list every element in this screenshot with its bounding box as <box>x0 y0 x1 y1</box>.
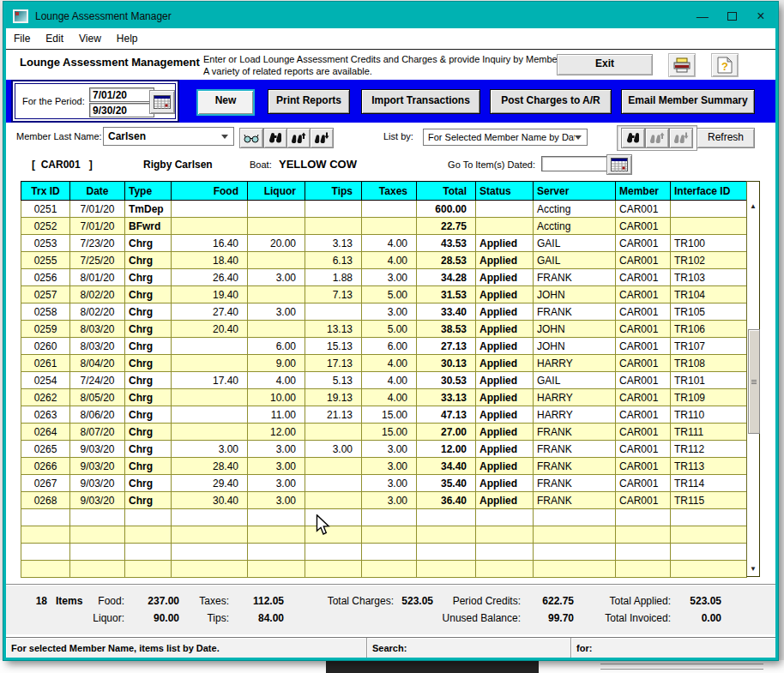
column-header-trx-id[interactable]: Trx ID <box>21 182 70 201</box>
cell-member[interactable]: CAR001 <box>616 252 671 269</box>
cell-tips[interactable] <box>305 201 362 218</box>
table-row-empty[interactable] <box>21 544 747 561</box>
cell-tips[interactable] <box>305 475 362 492</box>
cell-liquor[interactable] <box>248 252 305 269</box>
cell-taxes[interactable]: 15.00 <box>362 424 417 441</box>
cell-status[interactable]: Applied <box>476 372 534 389</box>
cell-status[interactable]: Applied <box>476 492 534 509</box>
cell-tips[interactable]: 1.88 <box>305 269 362 286</box>
cell-date[interactable]: 9/03/20 <box>70 475 125 492</box>
cell-taxes[interactable]: 4.00 <box>362 355 417 372</box>
cell-type[interactable]: Chrg <box>125 424 172 441</box>
cell-status[interactable]: Applied <box>476 355 534 372</box>
cell-server[interactable]: HARRY <box>534 355 616 372</box>
cell-server[interactable] <box>534 544 616 561</box>
cell-type[interactable]: Chrg <box>125 475 172 492</box>
cell-server[interactable]: FRANK <box>534 269 616 286</box>
cell-food[interactable]: 26.40 <box>172 269 248 286</box>
cell-status[interactable] <box>476 561 534 578</box>
cell-trx-id[interactable]: 0266 <box>21 458 70 475</box>
cell-total[interactable] <box>417 526 476 544</box>
cell-total[interactable]: 28.53 <box>417 252 476 269</box>
cell-status[interactable]: Applied <box>476 235 534 252</box>
cell-member[interactable]: CAR001 <box>616 303 671 321</box>
cell-trx-id[interactable]: 0257 <box>21 286 70 303</box>
cell-member[interactable] <box>616 526 671 544</box>
cell-food[interactable]: 28.40 <box>172 458 248 475</box>
cell-trx-id[interactable]: 0261 <box>21 355 70 372</box>
column-header-member[interactable]: Member <box>616 182 671 201</box>
cell-server[interactable]: Accting <box>534 201 616 218</box>
cell-tips[interactable]: 13.13 <box>305 321 362 338</box>
cell-total[interactable]: 27.00 <box>417 424 476 441</box>
cell-taxes[interactable]: 3.00 <box>362 492 417 509</box>
cell-liquor[interactable]: 3.00 <box>248 303 305 321</box>
table-row[interactable]: 02557/25/20Chrg18.406.134.0028.53Applied… <box>21 252 747 269</box>
cell-tips[interactable] <box>305 458 362 475</box>
cell-food[interactable]: 3.00 <box>172 441 248 458</box>
cell-type[interactable]: TmDep <box>125 201 172 218</box>
cell-food[interactable] <box>172 218 248 235</box>
close-button[interactable]: × <box>746 4 775 28</box>
cell-status[interactable]: Applied <box>476 458 534 475</box>
print-button[interactable] <box>668 53 696 77</box>
cell-date[interactable] <box>70 509 125 526</box>
cell-total[interactable]: 600.00 <box>417 201 476 218</box>
cell-interface-id[interactable]: TR109 <box>671 389 747 406</box>
column-header-date[interactable]: Date <box>70 182 125 201</box>
cell-server[interactable] <box>534 561 616 578</box>
cell-liquor[interactable] <box>248 509 305 526</box>
cell-server[interactable]: JOHN <box>534 321 616 338</box>
cell-tips[interactable] <box>305 544 362 561</box>
cell-taxes[interactable]: 6.00 <box>362 338 417 355</box>
cell-interface-id[interactable]: TR110 <box>671 406 747 424</box>
cell-date[interactable]: 7/01/20 <box>70 201 125 218</box>
cell-tips[interactable]: 17.13 <box>305 355 362 372</box>
cell-member[interactable]: CAR001 <box>616 286 671 303</box>
cell-liquor[interactable]: 12.00 <box>248 424 305 441</box>
cell-member[interactable] <box>616 561 671 578</box>
minimize-button[interactable]: — <box>688 4 717 28</box>
cell-liquor[interactable]: 3.00 <box>248 269 305 286</box>
cell-food[interactable] <box>172 509 248 526</box>
cell-interface-id[interactable] <box>671 561 747 578</box>
find-previous-member-button[interactable] <box>286 128 311 148</box>
cell-status[interactable]: Applied <box>476 252 534 269</box>
cell-liquor[interactable] <box>248 201 305 218</box>
cell-server[interactable]: FRANK <box>534 424 616 441</box>
cell-date[interactable]: 7/24/20 <box>70 372 125 389</box>
cell-trx-id[interactable]: 0256 <box>21 269 70 286</box>
cell-interface-id[interactable]: TR113 <box>671 458 747 475</box>
cell-date[interactable]: 8/07/20 <box>70 424 125 441</box>
cell-liquor[interactable]: 3.00 <box>248 475 305 492</box>
find-member-button[interactable] <box>263 128 287 148</box>
print-reports-button[interactable]: Print Reports <box>268 89 350 114</box>
goto-calendar-button[interactable] <box>606 154 632 175</box>
cell-liquor[interactable] <box>248 544 305 561</box>
table-row[interactable]: 02618/04/20Chrg9.0017.134.0030.13Applied… <box>21 355 747 372</box>
cell-member[interactable] <box>616 544 671 561</box>
cell-taxes[interactable] <box>362 509 417 526</box>
cell-tips[interactable]: 6.13 <box>305 252 362 269</box>
post-charges-button[interactable]: Post Charges to A/R <box>490 89 612 114</box>
cell-trx-id[interactable] <box>21 561 70 578</box>
table-row[interactable]: 02628/05/20Chrg10.0019.134.0033.13Applie… <box>21 389 747 406</box>
cell-member[interactable]: CAR001 <box>616 235 671 252</box>
cell-tips[interactable]: 3.00 <box>305 441 362 458</box>
table-row-empty[interactable] <box>21 509 747 526</box>
cell-type[interactable]: Chrg <box>125 338 172 355</box>
cell-interface-id[interactable]: TR105 <box>671 303 747 321</box>
cell-liquor[interactable] <box>248 526 305 544</box>
cell-total[interactable]: 36.40 <box>417 492 476 509</box>
cell-date[interactable]: 8/05/20 <box>70 389 125 406</box>
cell-status[interactable]: Applied <box>476 389 534 406</box>
cell-taxes[interactable]: 4.00 <box>362 389 417 406</box>
cell-date[interactable]: 9/03/20 <box>70 492 125 509</box>
cell-date[interactable] <box>70 561 125 578</box>
cell-server[interactable] <box>534 526 616 544</box>
cell-taxes[interactable]: 4.00 <box>362 372 417 389</box>
table-row[interactable]: 02608/03/20Chrg6.0015.136.0027.13Applied… <box>21 338 747 355</box>
cell-tips[interactable]: 7.13 <box>305 286 362 303</box>
email-member-summary-button[interactable]: Email Member Summary <box>621 89 755 114</box>
cell-server[interactable]: GAIL <box>534 252 616 269</box>
